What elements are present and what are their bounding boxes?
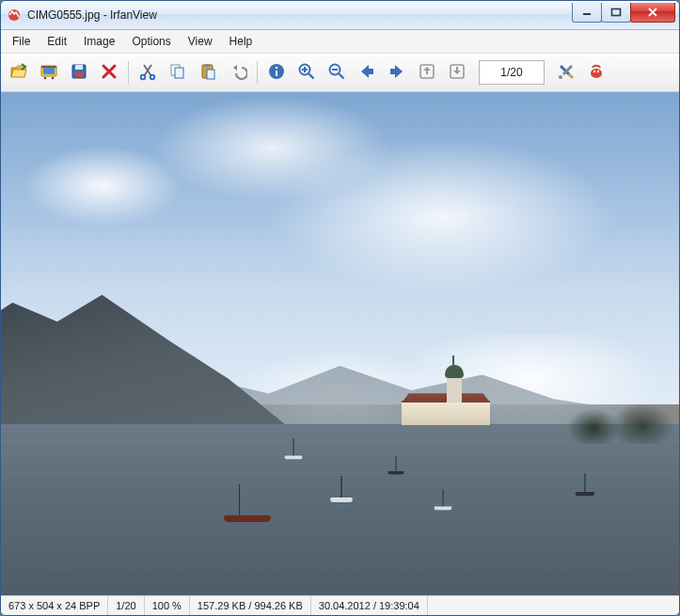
- svg-point-10: [141, 74, 146, 79]
- about-button[interactable]: [582, 58, 610, 87]
- copy-button[interactable]: [164, 58, 192, 87]
- info-icon: [267, 62, 286, 84]
- menu-help[interactable]: Help: [222, 33, 261, 50]
- menu-edit[interactable]: Edit: [40, 33, 74, 50]
- copy-icon: [168, 62, 187, 84]
- next-button[interactable]: [383, 58, 411, 87]
- displayed-image: [1, 92, 679, 595]
- settings-button[interactable]: [552, 58, 580, 87]
- zoom-out-icon: [327, 62, 346, 84]
- open-icon: [9, 62, 28, 84]
- svg-rect-13: [175, 68, 183, 78]
- cut-button[interactable]: [134, 58, 162, 87]
- status-filesize: 157.29 KB / 994.26 KB: [190, 596, 311, 615]
- status-index: 1/20: [108, 596, 144, 615]
- maximize-button[interactable]: [601, 3, 631, 23]
- zoom-out-button[interactable]: [323, 58, 351, 87]
- separator: [128, 61, 129, 84]
- delete-button[interactable]: [95, 58, 123, 87]
- svg-point-24: [559, 75, 562, 79]
- menu-bar: File Edit Image Options View Help: [1, 30, 679, 54]
- status-bar: 673 x 504 x 24 BPP 1/20 100 % 157.29 KB …: [1, 595, 679, 615]
- save-button[interactable]: [65, 58, 93, 87]
- svg-point-27: [597, 70, 599, 71]
- status-spacer: [428, 596, 679, 615]
- svg-rect-3: [43, 68, 55, 74]
- svg-rect-4: [41, 66, 56, 68]
- svg-rect-8: [75, 65, 83, 70]
- prev-icon: [357, 62, 376, 84]
- close-button[interactable]: [630, 3, 675, 23]
- next-icon: [387, 62, 406, 84]
- zoom-in-icon: [297, 62, 316, 84]
- paste-button[interactable]: [194, 58, 222, 87]
- svg-point-26: [593, 70, 595, 71]
- menu-file[interactable]: File: [5, 33, 38, 50]
- slideshow-icon: [40, 62, 58, 84]
- image-viewport[interactable]: [1, 92, 679, 595]
- zoom-in-button[interactable]: [293, 58, 321, 87]
- app-window: CIMG0555.jpg - IrfanView File Edit Image…: [0, 0, 680, 616]
- svg-rect-15: [205, 64, 210, 67]
- title-bar[interactable]: CIMG0555.jpg - IrfanView: [1, 1, 679, 30]
- svg-rect-1: [612, 9, 621, 16]
- delete-icon: [100, 62, 119, 84]
- open-button[interactable]: [5, 58, 33, 87]
- cut-icon: [138, 62, 157, 84]
- status-dimensions: 673 x 504 x 24 BPP: [1, 596, 108, 615]
- minimize-button[interactable]: [572, 3, 602, 23]
- settings-icon: [557, 62, 576, 84]
- window-title: CIMG0555.jpg - IrfanView: [27, 8, 573, 22]
- svg-rect-18: [276, 71, 277, 76]
- first-icon: [418, 62, 436, 84]
- menu-image[interactable]: Image: [76, 33, 122, 50]
- window-controls: [573, 3, 675, 22]
- status-zoom: 100 %: [145, 596, 190, 615]
- svg-point-19: [276, 66, 277, 68]
- menu-options[interactable]: Options: [124, 33, 178, 50]
- slideshow-button[interactable]: [35, 58, 63, 87]
- separator: [257, 61, 258, 84]
- menu-view[interactable]: View: [181, 33, 220, 50]
- save-icon: [70, 62, 88, 84]
- last-icon: [448, 62, 467, 84]
- svg-point-11: [150, 74, 155, 79]
- paste-icon: [198, 62, 217, 84]
- undo-icon: [229, 62, 247, 84]
- index-field[interactable]: [479, 60, 545, 85]
- svg-point-25: [591, 69, 602, 78]
- status-datetime: 30.04.2012 / 19:39:04: [311, 596, 428, 615]
- last-button[interactable]: [443, 58, 471, 87]
- undo-button[interactable]: [224, 58, 252, 87]
- first-button[interactable]: [413, 58, 441, 87]
- svg-point-6: [52, 76, 54, 78]
- info-button[interactable]: [262, 58, 291, 87]
- prev-button[interactable]: [353, 58, 381, 87]
- about-icon: [587, 62, 606, 84]
- app-icon: [7, 8, 22, 23]
- svg-rect-9: [75, 72, 83, 77]
- svg-rect-16: [207, 70, 214, 79]
- toolbar: [1, 54, 679, 92]
- svg-point-5: [44, 76, 46, 78]
